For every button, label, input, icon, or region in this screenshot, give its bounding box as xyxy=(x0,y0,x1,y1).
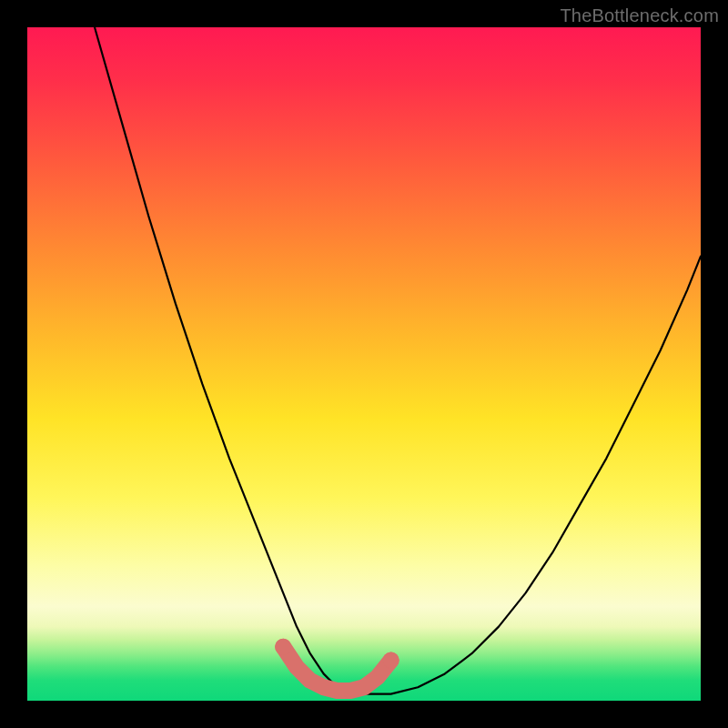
watermark-text: TheBottleneck.com xyxy=(560,5,719,26)
chart-plot-area xyxy=(27,27,701,701)
optimal-range-dot-right xyxy=(383,652,399,669)
optimal-range-dot-left xyxy=(275,639,291,655)
chart-frame: TheBottleneck.com xyxy=(0,0,728,728)
chart-svg xyxy=(27,27,701,701)
optimal-range-marker xyxy=(283,647,390,691)
bottleneck-curve xyxy=(95,27,701,694)
